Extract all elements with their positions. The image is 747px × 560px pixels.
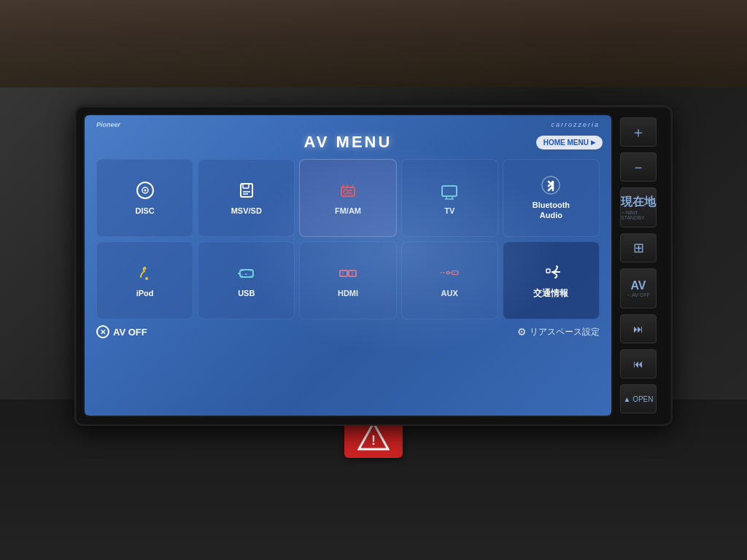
svg-text:←✦→: ←✦→ <box>241 271 251 276</box>
volume-down-button[interactable]: － <box>620 152 657 182</box>
genzaichi-button[interactable]: 現在地 ←NAVI STANDBY <box>620 187 657 228</box>
grid-icon: ⊞ <box>633 240 644 256</box>
av-button[interactable]: AV ←AV OFF <box>620 268 657 308</box>
minus-icon: － <box>631 158 646 177</box>
fmam-label: FM/AM <box>335 206 361 216</box>
grid-button[interactable]: ⊞ <box>620 233 657 262</box>
svg-rect-23 <box>340 271 347 276</box>
open-button[interactable]: ▲ OPEN <box>620 384 657 413</box>
menu-grid: DISC MSV/SD <box>93 159 603 319</box>
svg-rect-14 <box>442 186 457 196</box>
menu-item-disc[interactable]: DISC <box>96 159 193 237</box>
skip-forward-button[interactable]: ⏭ <box>620 314 657 343</box>
bluetooth-label: BluetoothAudio <box>533 201 570 219</box>
rear-setting-button[interactable]: ⚙ リアスペース設定 <box>517 326 600 338</box>
usb-label: USB <box>238 289 255 298</box>
aux-label: AUX <box>441 289 458 298</box>
menu-item-ipod[interactable]: iPod <box>96 241 193 319</box>
fmam-icon <box>338 180 358 203</box>
svg-point-32 <box>454 272 455 273</box>
svg-rect-33 <box>546 269 550 273</box>
av-off-sub-label: ←AV OFF <box>627 292 650 298</box>
skip-back-button[interactable]: ⏮ <box>620 349 657 378</box>
av-menu-title: AV MENU <box>304 133 392 152</box>
svg-point-18 <box>542 176 560 194</box>
hdmi-label: HDMI <box>338 289 358 298</box>
av-off-button[interactable]: ✕ AV OFF <box>96 325 147 338</box>
brand-pioneer: Pioneer <box>96 121 120 128</box>
navi-standby-label: ←NAVI STANDBY <box>621 210 656 220</box>
head-unit: Pioneer carrozzeria AV MENU HOME MENU <box>74 105 673 426</box>
screen-footer: ✕ AV OFF ⚙ リアスペース設定 <box>93 325 603 338</box>
ipod-icon <box>135 262 155 286</box>
menu-item-bluetooth[interactable]: BluetoothAudio <box>503 159 600 237</box>
outer-frame: Pioneer carrozzeria AV MENU HOME MENU <box>0 0 747 560</box>
svg-rect-12 <box>349 190 352 191</box>
rear-setting-label: リアスペース設定 <box>530 326 600 338</box>
skip-forward-icon: ⏭ <box>633 323 643 335</box>
screen: Pioneer carrozzeria AV MENU HOME MENU <box>85 115 611 416</box>
bluetooth-icon <box>541 176 560 198</box>
disc-label: DISC <box>135 206 154 216</box>
plus-icon: ＋ <box>631 122 646 142</box>
svg-point-8 <box>344 190 348 194</box>
tv-icon <box>439 180 460 203</box>
genzaichi-label: 現在地 <box>621 195 656 210</box>
msvsd-icon <box>236 180 257 203</box>
menu-item-fmam[interactable]: FM/AM <box>299 159 396 237</box>
hdmi-icon <box>338 262 358 286</box>
svg-text:!: ! <box>371 433 376 448</box>
traffic-label: 交通情報 <box>533 288 568 298</box>
home-menu-button[interactable]: HOME MENU <box>536 136 603 149</box>
svg-point-2 <box>144 189 146 191</box>
av-off-icon: ✕ <box>96 325 109 338</box>
side-buttons-panel: ＋ － 現在地 ←NAVI STANDBY ⊞ AV ←AV OFF ⏭ ⏮ <box>613 114 664 417</box>
msvsd-label: MSV/SD <box>231 206 262 216</box>
disc-icon <box>135 180 155 203</box>
tv-label: TV <box>444 206 454 216</box>
menu-item-usb[interactable]: ←✦→ USB <box>198 241 295 319</box>
title-row: AV MENU HOME MENU <box>93 133 603 152</box>
svg-rect-13 <box>349 192 352 194</box>
menu-item-traffic[interactable]: 交通情報 <box>503 241 600 319</box>
menu-item-hdmi[interactable]: HDMI <box>299 241 396 319</box>
open-icon: ▲ OPEN <box>623 395 653 403</box>
usb-icon: ←✦→ <box>236 262 257 286</box>
menu-item-aux[interactable]: AUX <box>401 241 498 319</box>
menu-item-msvsd[interactable]: MSV/SD <box>198 159 295 237</box>
screen-wrapper: Pioneer carrozzeria AV MENU HOME MENU <box>83 114 613 417</box>
screen-header: Pioneer carrozzeria <box>93 121 603 128</box>
skip-back-icon: ⏮ <box>633 358 643 370</box>
rear-setting-icon: ⚙ <box>517 326 527 338</box>
menu-item-tv[interactable]: TV <box>401 159 498 237</box>
av-off-label: AV OFF <box>113 327 147 338</box>
volume-up-button[interactable]: ＋ <box>620 117 657 147</box>
av-label: AV <box>630 279 646 292</box>
traffic-icon <box>541 262 561 285</box>
brand-carrozzeria: carrozzeria <box>551 121 600 128</box>
svg-point-29 <box>447 271 450 274</box>
svg-point-19 <box>145 277 148 280</box>
aux-icon <box>439 262 460 286</box>
ipod-label: iPod <box>136 289 154 298</box>
